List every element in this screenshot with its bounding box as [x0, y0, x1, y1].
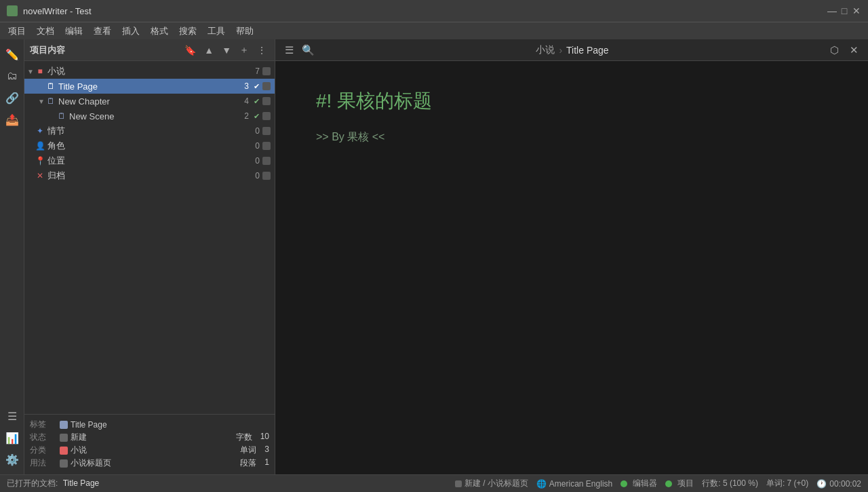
- tree-row-characters[interactable]: 👤 角色 0: [24, 138, 275, 153]
- doc-byline: >> By 果核 <<: [316, 130, 827, 145]
- tree-row-archive[interactable]: ✕ 归档 0: [24, 168, 275, 183]
- menu-help[interactable]: 帮助: [231, 23, 259, 39]
- tag-icon: [60, 421, 68, 429]
- archive-sq: [262, 172, 271, 180]
- panel-header-icons: 🔖 ▲ ▼ ＋ ⋮: [182, 43, 269, 58]
- status-icon: [60, 434, 68, 442]
- panel-bottom: 标签 Title Page 状态 新建 字数 10 分类 小说: [24, 414, 275, 474]
- label-status: 状态: [30, 432, 54, 443]
- lines-status: 行数: 5 (100 %): [702, 478, 758, 489]
- doc-title: #! 果核的标题: [316, 88, 827, 114]
- usage-icon: [60, 459, 68, 468]
- menu-tools[interactable]: 工具: [202, 23, 231, 39]
- arrow-new-chapter: ▼: [38, 98, 46, 105]
- editor-content[interactable]: #! 果核的标题 >> By 果核 <<: [275, 61, 868, 474]
- editor-area: ☰ 🔍 小说 › Title Page ⬡ ✕ #! 果核的标题 >> By 果…: [275, 39, 868, 474]
- sidebar-icon-share[interactable]: 📤: [3, 110, 22, 129]
- places-icon: 📍: [35, 156, 45, 166]
- new-scene-check: ✔: [252, 111, 261, 121]
- value-chars: 10: [260, 432, 269, 443]
- minimize-button[interactable]: —: [827, 6, 837, 16]
- menu-project[interactable]: 项目: [3, 23, 31, 39]
- new-label-status: 新建 / 小说标题页: [455, 478, 528, 489]
- plot-count: 0: [249, 126, 260, 136]
- title-page-check: ✔: [252, 81, 261, 91]
- language-status: 🌐 American English: [536, 479, 612, 489]
- arrow-novel: ▼: [27, 68, 35, 75]
- sidebar-icon-chart[interactable]: 📊: [3, 428, 22, 447]
- project-panel: 项目内容 🔖 ▲ ▼ ＋ ⋮ ▼ ■ 小说 7 🗒: [24, 39, 275, 474]
- editor-status: 编辑器: [620, 478, 657, 489]
- archive-icon: ✕: [35, 171, 45, 181]
- paras-label: 段落: [240, 457, 256, 469]
- title-text: 果核的标题: [332, 90, 432, 111]
- characters-icon: 👤: [35, 141, 45, 151]
- tree-row-places[interactable]: 📍 位置 0: [24, 153, 275, 168]
- places-sq: [262, 157, 271, 165]
- tree-row-title-page[interactable]: 🗒 Title Page 3 ✔: [24, 79, 275, 94]
- add-button[interactable]: ＋: [237, 43, 252, 58]
- new-chapter-label: New Chapter: [58, 96, 238, 107]
- sidebar-icon-plot[interactable]: 🔗: [3, 88, 22, 107]
- open-doc-label: 已打开的文档: Title Page: [7, 478, 447, 489]
- sidebar-icon-pages[interactable]: 🗂: [3, 67, 22, 86]
- close-button[interactable]: ✕: [852, 6, 861, 16]
- toolbar-search-button[interactable]: 🔍: [298, 43, 319, 58]
- label-usage: 用法: [30, 457, 54, 469]
- plot-sq: [262, 127, 271, 135]
- more-button[interactable]: ⋮: [254, 43, 269, 57]
- new-status-icon: [455, 480, 462, 487]
- main-area: ✏️ 🗂 🔗 📤 ☰ 📊 ⚙️ 项目内容 🔖 ▲ ▼ ＋ ⋮ ▼ ■: [0, 39, 868, 474]
- menu-document[interactable]: 文档: [31, 23, 60, 39]
- sidebar-icons: ✏️ 🗂 🔗 📤 ☰ 📊 ⚙️: [0, 39, 24, 474]
- menu-insert[interactable]: 插入: [117, 23, 145, 39]
- title-page-sq: [262, 82, 271, 90]
- archive-label: 归档: [47, 170, 249, 182]
- sidebar-icon-settings[interactable]: ⚙️: [3, 450, 22, 469]
- tree-row-new-scene[interactable]: 🗒 New Scene 2 ✔: [24, 109, 275, 124]
- menu-edit[interactable]: 编辑: [60, 23, 88, 39]
- menu-format[interactable]: 格式: [145, 23, 174, 39]
- novel-sq: [262, 67, 271, 75]
- words-doc-status: 单词: 7 (+0): [766, 478, 808, 489]
- new-chapter-check: ✔: [252, 96, 261, 106]
- characters-label: 角色: [47, 140, 249, 152]
- editor-toolbar: ☰ 🔍 小说 › Title Page ⬡ ✕: [275, 39, 868, 61]
- title-page-count: 3: [238, 81, 249, 91]
- tree-row-novel[interactable]: ▼ ■ 小说 7: [24, 64, 275, 79]
- new-chapter-sq: [262, 97, 271, 105]
- expand-button[interactable]: ⬡: [826, 43, 843, 58]
- label-tag: 标签: [30, 419, 54, 430]
- maximize-button[interactable]: □: [840, 6, 849, 16]
- tree-row-new-chapter[interactable]: ▼ 🗒 New Chapter 4 ✔: [24, 94, 275, 109]
- project-status: 项目: [665, 478, 694, 489]
- sidebar-icon-edit[interactable]: ✏️: [3, 45, 22, 64]
- close-editor-button[interactable]: ✕: [846, 43, 863, 58]
- statusbar: 已打开的文档: Title Page 新建 / 小说标题页 🌐 American…: [0, 474, 868, 492]
- characters-count: 0: [249, 141, 260, 151]
- novel-icon: ■: [35, 67, 45, 76]
- title-page-label: Title Page: [58, 81, 238, 92]
- move-down-button[interactable]: ▼: [219, 43, 234, 57]
- new-scene-icon: 🗒: [57, 111, 66, 121]
- app-icon: [7, 5, 18, 16]
- menu-search[interactable]: 搜索: [174, 23, 202, 39]
- title-page-icon: 🗒: [46, 81, 56, 91]
- breadcrumb: 小说 › Title Page: [319, 44, 826, 56]
- plot-label: 情节: [47, 125, 249, 137]
- breadcrumb-parent: 小说: [536, 44, 555, 56]
- bookmark-button[interactable]: 🔖: [182, 43, 199, 57]
- chars-label: 字数: [236, 432, 252, 443]
- tree-row-plot[interactable]: ✦ 情节 0: [24, 124, 275, 138]
- new-scene-sq: [262, 112, 271, 120]
- panel-title: 项目内容: [30, 44, 182, 56]
- move-up-button[interactable]: ▲: [201, 43, 216, 57]
- novel-label: 小说: [47, 65, 249, 77]
- sidebar-icon-list[interactable]: ☰: [3, 406, 22, 425]
- value-tag: Title Page: [71, 420, 107, 430]
- menu-view[interactable]: 查看: [88, 23, 117, 39]
- new-scene-count: 2: [238, 111, 249, 121]
- window-controls: — □ ✕: [827, 6, 861, 16]
- project-tree: ▼ ■ 小说 7 🗒 Title Page 3 ✔ ▼ 🗒 New Chapte…: [24, 61, 275, 414]
- toolbar-menu-button[interactable]: ☰: [281, 43, 298, 58]
